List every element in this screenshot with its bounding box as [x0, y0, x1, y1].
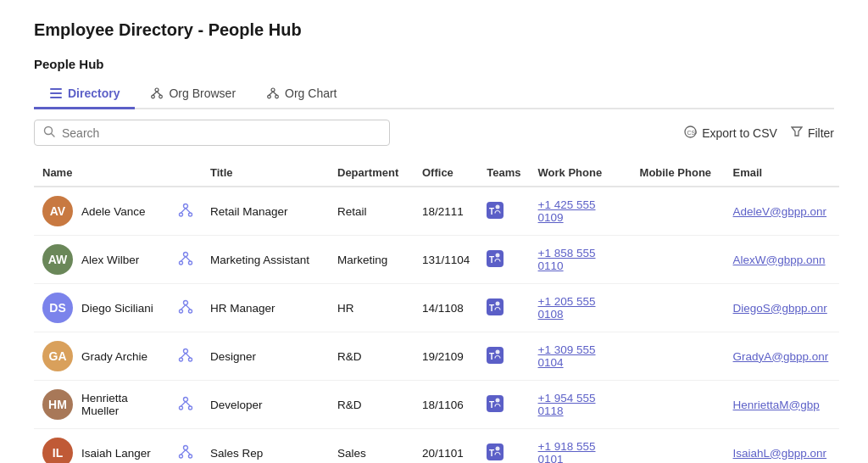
svg-point-49 [496, 349, 500, 354]
table-row: AVAdele Vance Retail ManagerRetail18/211… [34, 187, 839, 236]
name-cell: HMHenrietta Mueller [34, 381, 170, 429]
title-cell: HR Manager [202, 284, 329, 332]
email-link[interactable]: AlexW@gbpp.onn [733, 254, 826, 266]
work-phone-link[interactable]: +1 954 555 0118 [538, 392, 596, 417]
avatar: DS [42, 293, 73, 323]
work-phone-link[interactable]: +1 425 555 0109 [538, 198, 596, 224]
work-phone-cell: +1 858 555 0110 [530, 236, 632, 284]
avatar: AV [42, 196, 73, 226]
tab-org-chart[interactable]: Org Chart [251, 80, 352, 109]
email-link[interactable]: IsaiahL@gbpp.onr [733, 447, 827, 460]
email-link[interactable]: DiegoS@gbpp.onr [733, 302, 827, 315]
tab-directory[interactable]: Directory [34, 80, 135, 109]
department-cell: Sales [329, 429, 414, 464]
title-cell: Developer [202, 381, 329, 429]
col-title-header: Title [202, 159, 329, 187]
svg-point-10 [275, 95, 279, 98]
tab-org-chart-label: Org Chart [285, 86, 337, 100]
col-email-header: Email [725, 159, 839, 187]
svg-line-53 [181, 401, 186, 406]
org-icon[interactable] [178, 348, 193, 363]
svg-point-3 [155, 88, 159, 92]
svg-line-62 [186, 449, 191, 455]
work-phone-link[interactable]: +1 309 555 0104 [538, 343, 596, 369]
teams-icon[interactable]: T [487, 443, 504, 460]
table-row: DSDiego Siciliani HR ManagerHR14/1108 T … [34, 284, 839, 332]
svg-line-7 [157, 92, 161, 95]
teams-icon[interactable]: T [487, 250, 504, 267]
email-cell: DiegoS@gbpp.onr [725, 284, 839, 332]
employee-table: Name Title Department Office Teams Work … [34, 159, 839, 463]
email-link[interactable]: GradyA@gbpp.onr [733, 350, 829, 363]
svg-point-50 [184, 397, 188, 401]
email-link[interactable]: HenriettaM@gbp [733, 399, 820, 411]
mobile-phone-cell [632, 429, 725, 464]
teams-cell: T [478, 381, 529, 429]
employee-name[interactable]: Grady Archie [81, 350, 147, 363]
org-icon[interactable] [178, 444, 193, 460]
mobile-phone-cell [632, 332, 725, 381]
employee-name[interactable]: Diego Siciliani [81, 302, 153, 315]
svg-point-34 [184, 300, 188, 304]
teams-icon[interactable]: T [487, 202, 504, 219]
mobile-phone-cell [632, 187, 725, 236]
svg-point-33 [496, 253, 500, 257]
employee-name[interactable]: Isaiah Langer [81, 447, 151, 460]
title-cell: Sales Rep [202, 429, 329, 464]
employee-name[interactable]: Adele Vance [81, 205, 146, 218]
svg-line-45 [181, 353, 186, 358]
avatar: AW [42, 244, 73, 275]
work-phone-link[interactable]: +1 918 555 0101 [538, 440, 596, 463]
svg-point-44 [189, 358, 192, 361]
teams-icon[interactable]: T [487, 347, 504, 364]
tab-org-browser-label: Org Browser [169, 86, 236, 100]
email-cell: AlexW@gbpp.onn [725, 236, 839, 284]
email-link[interactable]: AdeleV@gbpp.onr [733, 205, 827, 218]
email-cell: HenriettaM@gbp [725, 381, 839, 429]
col-teams-header: Teams [478, 159, 529, 187]
teams-icon[interactable]: T [487, 298, 504, 315]
export-csv-button[interactable]: CSV Export to CSV [684, 126, 777, 141]
page-title: Employee Directory - People Hub [34, 20, 834, 40]
svg-point-60 [189, 455, 192, 458]
svg-point-59 [180, 455, 183, 458]
list-icon [49, 86, 63, 100]
table-row: HMHenrietta Mueller DeveloperR&D18/1106 … [34, 381, 839, 429]
work-phone-link[interactable]: +1 858 555 0110 [538, 247, 596, 272]
org-icon[interactable] [178, 299, 193, 315]
name-cell: GAGrady Archie [34, 332, 170, 381]
col-office-header: Office [414, 159, 478, 187]
org-chart-icon [266, 86, 280, 100]
col-org-header [170, 159, 202, 187]
svg-line-22 [186, 208, 191, 213]
svg-line-14 [52, 134, 55, 137]
teams-cell: T [478, 187, 529, 236]
tab-org-browser[interactable]: Org Browser [135, 80, 251, 109]
svg-point-28 [189, 261, 192, 265]
svg-marker-17 [792, 127, 802, 136]
department-cell: Retail [329, 187, 414, 236]
org-icon-cell [170, 236, 202, 284]
mobile-phone-cell [632, 381, 725, 429]
search-input[interactable] [62, 126, 381, 140]
employee-name[interactable]: Henrietta Mueller [81, 392, 161, 417]
org-icon[interactable] [178, 251, 193, 266]
title-cell: Marketing Assistant [202, 236, 329, 284]
office-cell: 131/1104 [414, 236, 478, 284]
work-phone-link[interactable]: +1 205 555 0108 [538, 295, 596, 321]
svg-line-6 [153, 92, 158, 95]
employee-name[interactable]: Alex Wilber [81, 254, 139, 266]
svg-point-65 [496, 446, 500, 450]
col-workphone-header: Work Phone [530, 159, 632, 187]
work-phone-cell: +1 425 555 0109 [530, 187, 632, 236]
teams-cell: T [478, 236, 529, 284]
svg-text:T: T [489, 399, 494, 409]
filter-button[interactable]: Filter [791, 126, 834, 140]
avatar: GA [42, 341, 73, 371]
title-cell: Retail Manager [202, 187, 329, 236]
org-icon[interactable] [178, 203, 193, 218]
org-icon[interactable] [178, 396, 193, 411]
svg-line-30 [186, 256, 191, 261]
teams-icon[interactable]: T [487, 395, 504, 412]
svg-point-18 [184, 204, 188, 208]
